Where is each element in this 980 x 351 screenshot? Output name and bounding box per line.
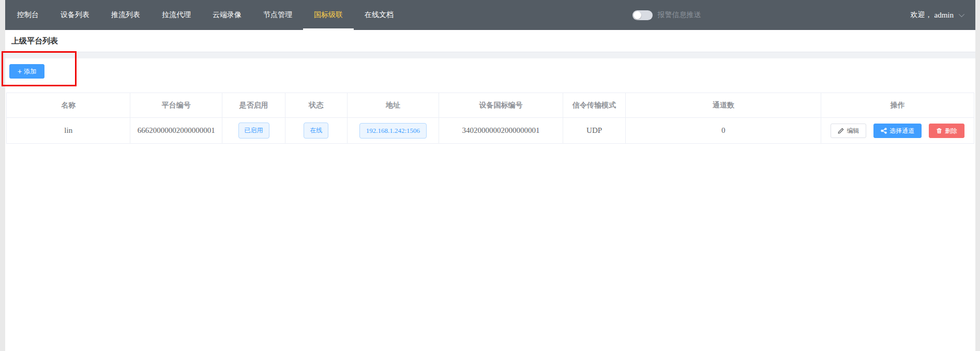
chevron-down-icon xyxy=(959,11,964,17)
tab-pull-proxy[interactable]: 拉流代理 xyxy=(151,0,202,30)
app-window: 控制台 设备列表 推流列表 拉流代理 云端录像 节点管理 国标级联 在线文档 报… xyxy=(5,0,975,351)
cell-device-gb-id: 34020000002000000001 xyxy=(439,118,563,144)
cell-channels: 0 xyxy=(626,118,821,144)
column-header-name: 名称 xyxy=(7,93,130,118)
select-channel-button-label: 选择通道 xyxy=(889,128,914,134)
table-header-row: 名称 平台编号 是否启用 状态 地址 设备国标编号 信令传输模式 通道数 操作 xyxy=(7,93,974,118)
top-navbar: 控制台 设备列表 推流列表 拉流代理 云端录像 节点管理 国标级联 在线文档 报… xyxy=(5,0,975,30)
page-title: 上级平台列表 xyxy=(11,36,58,46)
cell-platform-id: 66620000002000000001 xyxy=(130,118,222,144)
edit-pencil-icon xyxy=(838,128,844,134)
column-header-transport: 信令传输模式 xyxy=(563,93,626,118)
column-header-address: 地址 xyxy=(347,93,439,118)
select-channel-button[interactable]: 选择通道 xyxy=(873,124,922,138)
tab-cloud-record[interactable]: 云端录像 xyxy=(202,0,252,30)
main-content: + 添加 名称 平台编号 是否启用 状态 地址 设备国标编号 信令传输模式 通道… xyxy=(5,58,975,350)
add-button[interactable]: + 添加 xyxy=(9,64,44,79)
enabled-badge[interactable]: 已启用 xyxy=(238,123,269,139)
welcome-text: 欢迎， xyxy=(911,10,932,20)
cell-actions: 编辑 xyxy=(821,118,974,144)
table-row: lin 66620000002000000001 已启用 在线 192.168.… xyxy=(7,118,974,144)
plus-icon: + xyxy=(18,68,22,75)
delete-button-label: 删除 xyxy=(945,128,957,134)
username: admin xyxy=(934,11,954,20)
column-header-enabled: 是否启用 xyxy=(222,93,285,118)
column-header-actions: 操作 xyxy=(821,93,974,118)
tab-gb-cascade[interactable]: 国标级联 xyxy=(303,0,354,30)
cell-transport: UDP xyxy=(563,118,626,144)
tab-online-docs[interactable]: 在线文档 xyxy=(354,0,404,30)
add-button-label: 添加 xyxy=(24,68,36,74)
alarm-push-toggle[interactable] xyxy=(632,10,653,20)
cell-enabled: 已启用 xyxy=(222,118,285,144)
cell-name: lin xyxy=(7,118,130,144)
section-divider xyxy=(5,52,975,58)
column-header-platform-id: 平台编号 xyxy=(130,93,222,118)
share-icon xyxy=(881,128,887,134)
tab-push-list[interactable]: 推流列表 xyxy=(100,0,151,30)
edit-button-label: 编辑 xyxy=(847,128,859,134)
column-header-device-gb-id: 设备国标编号 xyxy=(439,93,563,118)
tab-console[interactable]: 控制台 xyxy=(6,0,50,30)
tab-node-manage[interactable]: 节点管理 xyxy=(252,0,303,30)
toggle-knob-icon xyxy=(634,11,641,19)
cell-address: 192.168.1.242:1506 xyxy=(347,118,439,144)
delete-button[interactable]: 删除 xyxy=(929,124,964,138)
page-title-bar: 上级平台列表 xyxy=(5,30,975,52)
platform-table: 名称 平台编号 是否启用 状态 地址 设备国标编号 信令传输模式 通道数 操作 … xyxy=(6,93,974,144)
edit-button[interactable]: 编辑 xyxy=(831,124,866,138)
tab-device-list[interactable]: 设备列表 xyxy=(50,0,100,30)
column-header-status: 状态 xyxy=(285,93,347,118)
column-header-channels: 通道数 xyxy=(626,93,821,118)
status-badge[interactable]: 在线 xyxy=(304,123,328,139)
alarm-push-toggle-group: 报警信息推送 xyxy=(632,0,701,30)
user-menu[interactable]: 欢迎， admin xyxy=(911,0,976,30)
alarm-push-label: 报警信息推送 xyxy=(658,10,701,20)
address-badge[interactable]: 192.168.1.242:1506 xyxy=(359,123,427,139)
cell-status: 在线 xyxy=(285,118,347,144)
trash-icon xyxy=(936,128,942,134)
